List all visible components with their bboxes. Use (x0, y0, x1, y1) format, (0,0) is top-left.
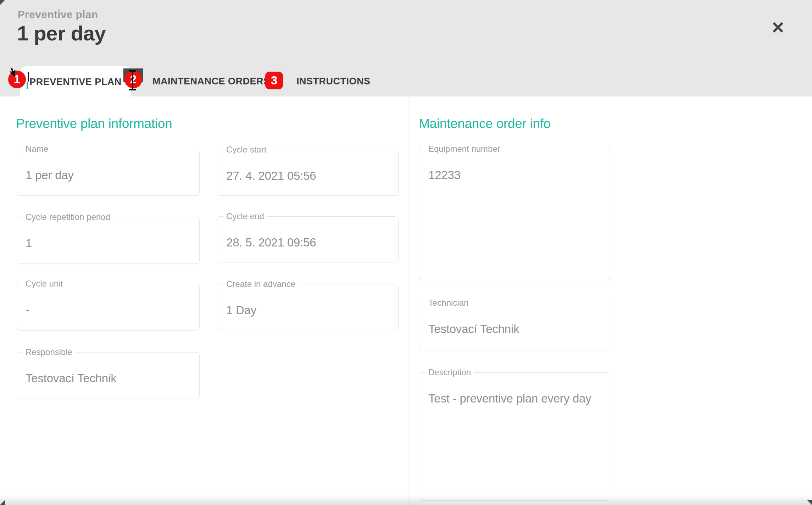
field-cycle-unit[interactable]: Cycle unit - (16, 284, 200, 331)
order-info-heading: Maintenance order info (419, 116, 551, 131)
field-description[interactable]: Description Test - preventive plan every… (419, 372, 611, 501)
tab-instructions[interactable]: INSTRUCTIONS (296, 66, 371, 96)
field-equipment-number[interactable]: Equipment number 12233 (419, 149, 611, 280)
field-cycle-unit-label: Cycle unit (23, 279, 66, 289)
tab-maintenance-orders[interactable]: MAINTENANCE ORDERS (152, 66, 270, 96)
preventive-plan-modal: Preventive plan 1 per day ✕ PREVENTIVE P… (0, 0, 812, 505)
field-technician-value: Testovací Technik (428, 322, 519, 336)
field-responsible-label: Responsible (23, 347, 75, 357)
field-responsible-value: Testovací Technik (26, 372, 116, 385)
step-badge-3: 3 (265, 72, 283, 89)
field-cycle-repetition-period-label: Cycle repetition period (23, 212, 113, 222)
field-create-in-advance-value: 1 Day (226, 304, 256, 317)
modal-title: 1 per day (17, 21, 106, 45)
field-create-in-advance-label: Create in advance (223, 279, 298, 289)
tab-preventive-plan[interactable]: PREVENTIVE PLAN (20, 66, 131, 98)
field-name-label: Name (23, 144, 51, 154)
field-technician[interactable]: Technician Testovací Technik (419, 303, 611, 350)
column-divider (410, 96, 410, 505)
mouse-cursor-icon (7, 67, 17, 78)
text-cursor-icon (128, 70, 137, 90)
tab-preventive-plan-label: PREVENTIVE PLAN (29, 77, 122, 88)
plan-info-heading: Preventive plan information (16, 116, 172, 131)
field-equipment-number-label: Equipment number (426, 144, 503, 154)
field-cycle-unit-value: - (26, 303, 29, 317)
field-name-value: 1 per day (26, 168, 74, 182)
field-equipment-number-value: 12233 (428, 168, 461, 182)
field-cycle-start[interactable]: Cycle start 27. 4. 2021 05:56 (217, 150, 399, 196)
field-cycle-end[interactable]: Cycle end 28. 5. 2021 09:56 (217, 216, 399, 262)
field-cycle-repetition-period-value: 1 (26, 237, 32, 250)
field-cycle-repetition-period[interactable]: Cycle repetition period 1 (16, 217, 200, 264)
column-divider (208, 96, 208, 505)
tab-instructions-label: INSTRUCTIONS (296, 76, 371, 87)
caret-accent-mark (27, 82, 28, 89)
field-cycle-end-value: 28. 5. 2021 09:56 (226, 236, 316, 249)
field-name[interactable]: Name 1 per day (16, 149, 200, 196)
corner-artifact (0, 500, 5, 505)
field-technician-label: Technician (426, 298, 471, 308)
field-cycle-end-label: Cycle end (223, 211, 267, 221)
corner-artifact (807, 500, 812, 505)
field-description-value: Test - preventive plan every day (428, 392, 591, 405)
text-caret (28, 72, 29, 82)
modal-subtitle: Preventive plan (18, 9, 98, 21)
tab-maintenance-orders-label: MAINTENANCE ORDERS (152, 76, 270, 87)
field-responsible[interactable]: Responsible Testovací Technik (16, 352, 200, 399)
field-cycle-start-value: 27. 4. 2021 05:56 (226, 169, 316, 183)
field-description-label: Description (426, 367, 474, 377)
corner-artifact (0, 0, 5, 5)
field-cycle-start-label: Cycle start (223, 145, 269, 155)
field-create-in-advance[interactable]: Create in advance 1 Day (217, 284, 399, 330)
close-icon[interactable]: ✕ (766, 16, 790, 40)
